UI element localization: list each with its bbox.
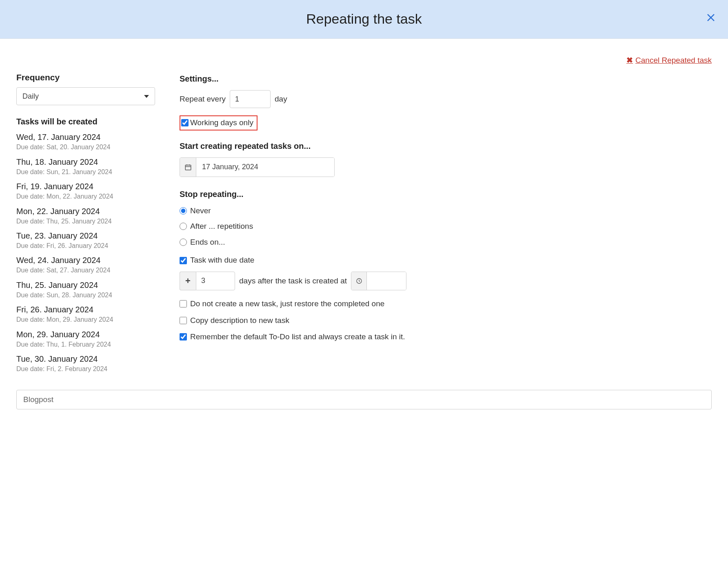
- clock-icon: [351, 272, 367, 290]
- preview-item: Tue, 23. January 2024Due date: Fri, 26. …: [16, 230, 155, 250]
- due-days-input[interactable]: [196, 272, 235, 290]
- stop-ends-radio[interactable]: [180, 239, 187, 246]
- preview-item: Wed, 17. January 2024Due date: Sat, 20. …: [16, 131, 155, 152]
- start-date-input[interactable]: 17 January, 2024: [180, 157, 335, 177]
- preview-date: Fri, 26. January 2024: [16, 304, 155, 315]
- preview-date: Mon, 29. January 2024: [16, 329, 155, 340]
- cancel-repeated-task-link[interactable]: ✖ Cancel Repeated task: [626, 55, 712, 66]
- preview-due: Due date: Sat, 27. January 2024: [16, 266, 155, 275]
- preview-date: Tue, 30. January 2024: [16, 353, 155, 365]
- due-time-input[interactable]: [351, 272, 406, 290]
- preview-item: Thu, 18. January 2024Due date: Sun, 21. …: [16, 156, 155, 177]
- start-date-value: 17 January, 2024: [196, 158, 334, 177]
- stop-never-label: Never: [190, 206, 211, 217]
- preview-date: Fri, 19. January 2024: [16, 181, 155, 192]
- task-name-input[interactable]: [16, 390, 712, 409]
- preview-date: Tue, 23. January 2024: [16, 230, 155, 241]
- working-days-checkbox[interactable]: [181, 119, 189, 126]
- task-due-date-label: Task with due date: [190, 255, 254, 266]
- preview-item: Mon, 29. January 2024Due date: Thu, 1. F…: [16, 329, 155, 349]
- close-icon: [706, 13, 716, 22]
- preview-item: Thu, 25. January 2024Due date: Sun, 28. …: [16, 279, 155, 300]
- chevron-down-icon: [144, 95, 149, 98]
- working-days-label: Working days only: [190, 117, 253, 128]
- restore-task-label: Do not create a new task, just restore t…: [190, 298, 384, 310]
- preview-due: Due date: Thu, 1. February 2024: [16, 340, 155, 349]
- stop-ends-label: Ends on...: [190, 237, 225, 248]
- preview-list: Wed, 17. January 2024Due date: Sat, 20. …: [16, 131, 155, 374]
- repeat-unit-label: day: [275, 94, 287, 105]
- settings-heading: Settings...: [180, 73, 712, 84]
- repeat-every-input[interactable]: [230, 90, 271, 108]
- due-days-suffix: days after the task is created at: [239, 276, 347, 287]
- repeat-every-label: Repeat every: [180, 94, 226, 105]
- frequency-heading: Frequency: [16, 71, 155, 83]
- frequency-selected-value: Daily: [22, 91, 39, 102]
- svg-rect-0: [185, 165, 191, 170]
- task-due-date-checkbox[interactable]: [180, 257, 187, 264]
- frequency-select[interactable]: Daily: [16, 87, 155, 105]
- preview-date: Wed, 17. January 2024: [16, 131, 155, 143]
- preview-heading: Tasks will be created: [16, 116, 155, 127]
- calendar-icon: [180, 158, 196, 177]
- preview-item: Mon, 22. January 2024Due date: Thu, 25. …: [16, 206, 155, 226]
- preview-due: Due date: Fri, 2. February 2024: [16, 365, 155, 374]
- remember-list-checkbox[interactable]: [180, 333, 187, 340]
- preview-item: Fri, 26. January 2024Due date: Mon, 29. …: [16, 304, 155, 324]
- dialog-header: Repeating the task: [0, 0, 728, 39]
- remember-list-label: Remember the default To-Do list and alwa…: [190, 332, 405, 343]
- preview-date: Mon, 22. January 2024: [16, 206, 155, 217]
- preview-due: Due date: Fri, 26. January 2024: [16, 241, 155, 250]
- preview-due: Due date: Thu, 25. January 2024: [16, 217, 155, 226]
- cancel-x-icon: ✖: [626, 55, 633, 66]
- preview-due: Due date: Mon, 22. January 2024: [16, 192, 155, 201]
- preview-due: Due date: Sun, 21. January 2024: [16, 168, 155, 177]
- stop-heading: Stop repeating...: [180, 188, 712, 200]
- close-button[interactable]: [706, 13, 716, 26]
- stop-after-radio[interactable]: [180, 223, 187, 230]
- preview-due: Due date: Mon, 29. January 2024: [16, 315, 155, 324]
- preview-date: Thu, 18. January 2024: [16, 156, 155, 168]
- preview-due: Due date: Sun, 28. January 2024: [16, 291, 155, 300]
- copy-description-label: Copy description to new task: [190, 315, 289, 326]
- stop-never-radio[interactable]: [180, 207, 187, 214]
- preview-item: Fri, 19. January 2024Due date: Mon, 22. …: [16, 181, 155, 201]
- plus-icon: +: [180, 272, 196, 290]
- start-heading: Start creating repeated tasks on...: [180, 140, 712, 152]
- preview-item: Wed, 24. January 2024Due date: Sat, 27. …: [16, 254, 155, 275]
- preview-date: Thu, 25. January 2024: [16, 279, 155, 291]
- working-days-highlight: Working days only: [180, 115, 257, 130]
- copy-description-checkbox[interactable]: [180, 317, 187, 324]
- stop-after-label: After ... repetitions: [190, 221, 253, 232]
- preview-due: Due date: Sat, 20. January 2024: [16, 143, 155, 152]
- preview-date: Wed, 24. January 2024: [16, 254, 155, 266]
- restore-task-checkbox[interactable]: [180, 300, 187, 307]
- dialog-title: Repeating the task: [306, 9, 422, 29]
- cancel-link-label: Cancel Repeated task: [635, 55, 712, 66]
- preview-item: Tue, 30. January 2024Due date: Fri, 2. F…: [16, 353, 155, 374]
